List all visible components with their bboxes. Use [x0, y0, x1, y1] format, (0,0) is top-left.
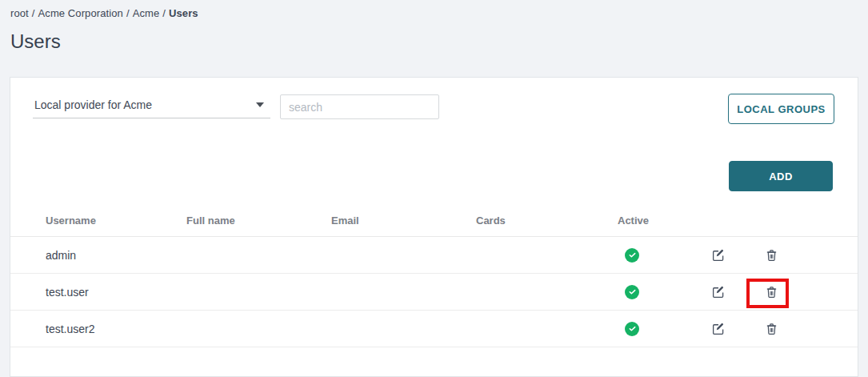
users-card: Local provider for Acme LOCAL GROUPS ADD… [10, 77, 858, 377]
breadcrumb-item-users: Users [169, 7, 198, 19]
trash-icon [765, 285, 778, 299]
edit-icon [711, 248, 726, 263]
column-header-cards: Cards [476, 215, 618, 227]
trash-icon [765, 322, 778, 336]
trash-icon [765, 248, 778, 263]
delete-user-button[interactable] [763, 320, 780, 338]
check-circle-icon [625, 285, 639, 299]
table-row: admin [10, 237, 858, 274]
add-user-button[interactable]: ADD [729, 161, 833, 191]
table-row: test.user [10, 274, 858, 311]
page-title: Users [10, 30, 61, 53]
local-groups-button[interactable]: LOCAL GROUPS [728, 94, 834, 124]
edit-icon [711, 285, 726, 299]
table-header-row: Username Full name Email Cards Active [10, 205, 858, 237]
breadcrumb-item-acme[interactable]: Acme [133, 7, 160, 19]
breadcrumb: root/Acme Corporation/Acme/Users [10, 7, 198, 19]
users-table: Username Full name Email Cards Active ad… [10, 205, 858, 347]
breadcrumb-item-root[interactable]: root [10, 7, 29, 19]
provider-select[interactable]: Local provider for Acme [33, 92, 270, 118]
search-input[interactable] [280, 94, 439, 119]
breadcrumb-separator: / [123, 7, 133, 19]
breadcrumb-separator: / [29, 7, 38, 19]
username-cell: test.user [46, 286, 186, 299]
table-row: test.user2 [10, 311, 858, 347]
edit-user-button[interactable] [710, 320, 727, 338]
delete-user-button[interactable] [763, 283, 780, 301]
username-cell: test.user2 [46, 323, 186, 335]
column-header-active: Active [618, 215, 691, 227]
breadcrumb-separator: / [159, 7, 169, 19]
provider-select-value: Local provider for Acme [33, 98, 152, 111]
breadcrumb-item-acme-corporation[interactable]: Acme Corporation [38, 7, 123, 19]
edit-user-button[interactable] [710, 247, 727, 264]
delete-user-button[interactable] [763, 247, 780, 264]
edit-icon [711, 322, 726, 336]
edit-user-button[interactable] [710, 283, 727, 301]
check-circle-icon [625, 248, 639, 263]
check-circle-icon [625, 322, 639, 336]
column-header-email: Email [331, 215, 476, 227]
username-cell: admin [46, 249, 186, 262]
chevron-down-icon [256, 102, 264, 107]
column-header-username: Username [46, 215, 186, 227]
column-header-full-name: Full name [186, 215, 331, 227]
